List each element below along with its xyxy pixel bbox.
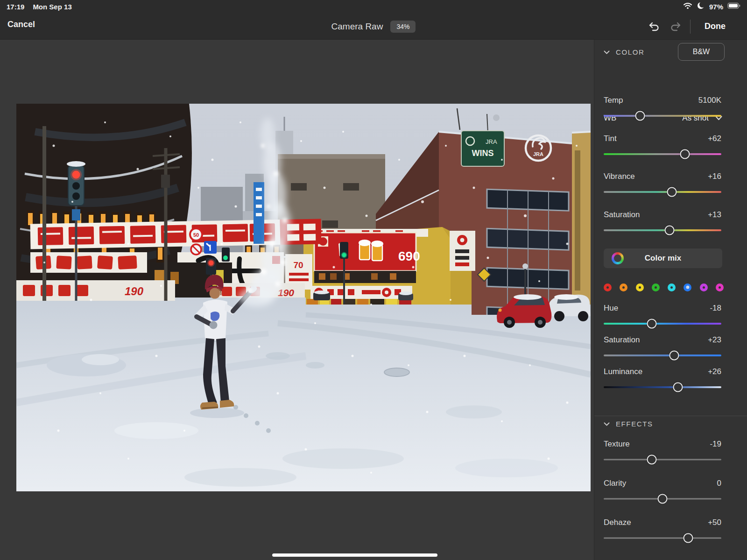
mix-saturation-slider-thumb[interactable]: [669, 351, 679, 361]
color-section-label: COLOR: [616, 48, 644, 56]
vibrance-slider[interactable]: [604, 186, 721, 198]
svg-text:70: 70: [293, 260, 303, 270]
saturation-slider-thumb[interactable]: [665, 226, 675, 235]
vibrance-slider-thumb[interactable]: [667, 187, 677, 197]
luminance-slider[interactable]: [604, 382, 721, 393]
saturation-label: Saturation: [604, 210, 640, 220]
swatch-green[interactable]: [652, 284, 660, 291]
swatch-yellow[interactable]: [636, 284, 644, 291]
mix-saturation-slider[interactable]: [604, 350, 721, 361]
luminance-slider-thumb[interactable]: [673, 383, 683, 392]
zoom-level-badge[interactable]: 34%: [390, 21, 416, 33]
done-button[interactable]: Done: [705, 21, 726, 31]
dehaze-slider[interactable]: [604, 532, 721, 544]
temp-slider-block: Temp 5100K: [604, 95, 721, 121]
clarity-value: 0: [717, 479, 721, 488]
dehaze-label: Dehaze: [604, 518, 631, 527]
camera-raw-app: 17:19 Mon Sep 13 97%: [0, 0, 747, 560]
swatch-aqua[interactable]: [668, 284, 676, 291]
photo-yellow-shop: 690: [303, 227, 491, 305]
saturation-value: +13: [708, 210, 721, 220]
clarity-slider-thumb[interactable]: [658, 494, 668, 504]
tint-value: +62: [708, 134, 721, 143]
mix-saturation-label: Saturation: [604, 335, 640, 345]
photo-canvas-area: JRA WINS JRA: [0, 40, 594, 560]
hue-slider[interactable]: [604, 318, 721, 329]
vibrance-label: Vibrance: [604, 172, 635, 181]
clarity-slider-block: Clarity 0: [604, 478, 721, 504]
status-bar: 17:19 Mon Sep 13 97%: [0, 0, 747, 13]
undo-icon[interactable]: [643, 17, 665, 36]
vibrance-slider-block: Vibrance +16: [604, 171, 721, 198]
clarity-label: Clarity: [604, 479, 626, 488]
tint-slider-thumb[interactable]: [680, 149, 690, 159]
effects-section-header[interactable]: EFFECTS: [604, 418, 653, 429]
tint-slider[interactable]: [604, 149, 721, 160]
hue-value: -18: [710, 304, 721, 313]
tint-label: Tint: [604, 134, 617, 143]
temp-slider-thumb[interactable]: [635, 111, 645, 121]
clarity-slider[interactable]: [604, 493, 721, 504]
svg-text:JRA: JRA: [533, 151, 543, 157]
svg-text:WINS: WINS: [472, 149, 494, 158]
hue-slider-thumb[interactable]: [647, 319, 657, 329]
texture-label: Texture: [604, 439, 630, 449]
svg-text:190: 190: [125, 285, 144, 298]
luminance-slider-block: Luminance +26: [604, 367, 721, 393]
edit-panel: COLOR B&W WB As shot Temp 5100K: [594, 40, 747, 560]
mix-saturation-slider-block: Saturation +23: [604, 335, 721, 361]
color-mix-button[interactable]: Color mix: [604, 248, 722, 268]
swatch-blue[interactable]: [684, 284, 691, 291]
tint-slider-block: Tint +62: [604, 134, 721, 160]
color-mix-label: Color mix: [645, 254, 681, 263]
color-section-header[interactable]: COLOR: [604, 46, 644, 57]
moon-icon: [697, 1, 705, 12]
temp-slider[interactable]: [604, 110, 721, 121]
swatch-purple[interactable]: [700, 284, 708, 291]
texture-slider[interactable]: [604, 454, 721, 465]
saturation-slider-block: Saturation +13: [604, 210, 721, 236]
swatch-red[interactable]: [604, 284, 612, 291]
effects-section-label: EFFECTS: [616, 420, 653, 428]
swatch-magenta[interactable]: [716, 284, 724, 291]
luminance-label: Luminance: [604, 367, 642, 376]
mix-saturation-value: +23: [708, 335, 721, 345]
toolbar-divider: [690, 20, 691, 34]
temp-value: 5100K: [698, 96, 721, 105]
clock: 17:19: [7, 3, 24, 11]
chevron-down-icon: [604, 420, 610, 428]
home-indicator[interactable]: [272, 553, 437, 557]
battery-percent: 97%: [709, 3, 723, 11]
redo-icon[interactable]: [665, 17, 686, 36]
toolbar: Cancel Camera Raw 34% Done: [0, 13, 747, 40]
texture-slider-thumb[interactable]: [647, 455, 657, 465]
photo-preview[interactable]: JRA WINS JRA: [16, 104, 591, 491]
texture-slider-block: Texture -19: [604, 439, 721, 465]
section-divider: [594, 416, 747, 416]
hue-slider-block: Hue -18: [604, 303, 721, 329]
bw-toggle-button[interactable]: B&W: [678, 43, 725, 61]
hue-label: Hue: [604, 304, 618, 313]
vibrance-value: +16: [708, 172, 721, 181]
temp-label: Temp: [604, 96, 623, 105]
luminance-value: +26: [708, 367, 721, 376]
saturation-slider[interactable]: [604, 225, 721, 236]
color-mix-swatches: [604, 280, 724, 294]
dehaze-value: +50: [708, 518, 721, 527]
dehaze-slider-thumb[interactable]: [684, 533, 693, 543]
color-wheel-icon: [612, 252, 624, 264]
texture-value: -19: [710, 439, 721, 449]
wifi-icon: [683, 2, 692, 11]
swatch-orange[interactable]: [620, 284, 627, 291]
date: Mon Sep 13: [33, 3, 71, 11]
svg-text:690: 690: [398, 249, 420, 263]
battery-icon: [727, 2, 740, 11]
svg-text:50: 50: [193, 232, 199, 238]
svg-text:JRA: JRA: [486, 138, 497, 145]
dehaze-slider-block: Dehaze +50: [604, 517, 721, 544]
page-title: Camera Raw: [331, 21, 383, 32]
chevron-down-icon: [604, 48, 610, 56]
photo-tan-building: [572, 132, 591, 305]
photo-snow-ground: [16, 298, 591, 491]
